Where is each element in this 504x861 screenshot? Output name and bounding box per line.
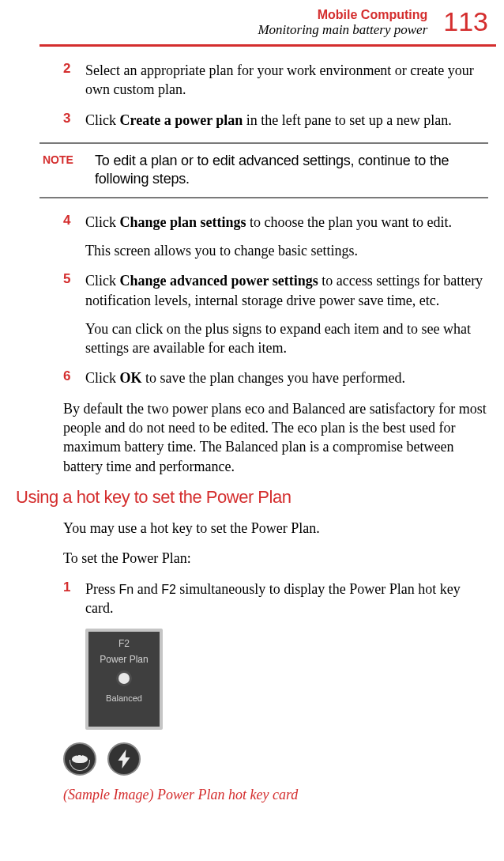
intro-text-1: You may use a hot key to set the Power P… — [63, 519, 488, 538]
step-text: Select an appropriate plan for your work… — [85, 61, 488, 100]
step-number: 5 — [63, 271, 85, 357]
keycap-f2: F2 — [161, 583, 176, 596]
note-block: NOTE To edit a plan or to edit advanced … — [39, 142, 488, 198]
step-body: Press Fn and F2 simultaneously to displa… — [85, 580, 488, 618]
action-bold: Create a power plan — [120, 112, 243, 128]
action-bold: Change advanced power settings — [120, 273, 318, 289]
section-heading: Using a hot key to set the Power Plan — [16, 487, 496, 508]
keycap-fn: Fn — [119, 583, 134, 596]
step-body: Select an appropriate plan for your work… — [85, 61, 488, 100]
chapter-title: Mobile Computing — [258, 8, 427, 22]
power-plan-card: F2 Power Plan Balanced — [85, 629, 163, 730]
page-number: 113 — [443, 8, 488, 35]
step-text: Click Change plan settings to choose the… — [85, 213, 488, 232]
card-key-label: F2 — [118, 638, 130, 649]
header-rule — [39, 44, 496, 47]
eco-plan-icon — [63, 742, 96, 776]
intro-text-2: To set the Power Plan: — [63, 549, 488, 568]
step-number: 3 — [63, 111, 85, 130]
step-text: Click Change advanced power settings to … — [85, 271, 488, 310]
header-text: Mobile Computing Monitoring main battery… — [258, 8, 427, 38]
step-5: 5 Click Change advanced power settings t… — [63, 271, 488, 357]
action-bold: Change plan settings — [120, 214, 246, 230]
step-text-extra: This screen allows you to change basic s… — [85, 241, 488, 260]
step-body: Click Create a power plan in the left pa… — [85, 111, 488, 130]
step-number: 2 — [63, 61, 85, 100]
step-text-extra: You can click on the plus signs to expan… — [85, 319, 488, 358]
card-title: Power Plan — [100, 654, 148, 665]
figure-caption: (Sample Image) Power Plan hot key card — [63, 787, 496, 803]
section-subtitle: Monitoring main battery power — [258, 22, 427, 38]
step-text: Click OK to save the plan changes you ha… — [85, 368, 488, 387]
step-list-bottom: 1 Press Fn and F2 simultaneously to disp… — [63, 580, 488, 618]
card-mode-label: Balanced — [106, 693, 142, 703]
note-label: NOTE — [39, 152, 95, 189]
globe-icon — [70, 760, 90, 771]
page-header: Mobile Computing Monitoring main battery… — [16, 8, 496, 38]
step-body: Click Change plan settings to choose the… — [85, 213, 488, 261]
step-2: 2 Select an appropriate plan for your wo… — [63, 61, 488, 100]
step-number: 4 — [63, 213, 85, 261]
balanced-plan-icon — [107, 742, 141, 776]
step-text: Click Create a power plan in the left pa… — [85, 111, 488, 130]
note-text: To edit a plan or to edit advanced setti… — [95, 152, 488, 189]
step-text: Press Fn and F2 simultaneously to displa… — [85, 580, 488, 618]
step-4: 4 Click Change plan settings to choose t… — [63, 213, 488, 261]
step-list-top: 2 Select an appropriate plan for your wo… — [63, 61, 488, 130]
step-6: 6 Click OK to save the plan changes you … — [63, 368, 488, 387]
plan-icon-row — [63, 742, 496, 776]
card-indicator-icon — [118, 673, 130, 684]
step-1: 1 Press Fn and F2 simultaneously to disp… — [63, 580, 488, 618]
step-3: 3 Click Create a power plan in the left … — [63, 111, 488, 130]
step-number: 6 — [63, 368, 85, 387]
step-body: Click Change advanced power settings to … — [85, 271, 488, 357]
body-paragraph: By default the two power plans eco and B… — [63, 399, 488, 476]
step-number: 1 — [63, 580, 85, 618]
action-bold: OK — [120, 370, 142, 386]
step-body: Click OK to save the plan changes you ha… — [85, 368, 488, 387]
step-list-middle: 4 Click Change plan settings to choose t… — [63, 213, 488, 388]
